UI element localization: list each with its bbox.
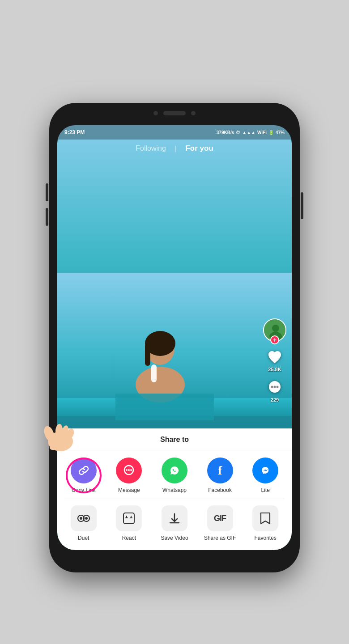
clock-icon: ⏱ [236,130,240,135]
svg-rect-26 [126,516,127,518]
share-as-gif-label: Share as GIF [204,535,236,541]
svg-point-11 [274,386,276,388]
whatsapp-item[interactable]: Whatsapp [157,458,192,493]
power-btn [301,192,303,219]
svg-rect-2 [145,343,150,366]
wifi-icon: WiFi [257,130,267,135]
like-button[interactable]: 25.8K [266,349,283,372]
message-icon [116,458,142,483]
copy-link-icon [71,458,97,483]
avatar-container[interactable]: + [263,318,286,342]
svg-rect-23 [123,513,134,524]
save-video-label: Save Video [161,535,188,541]
svg-point-14 [126,469,128,471]
save-video-item[interactable]: Save Video [157,505,192,541]
phone-top [153,111,196,115]
person-silhouette [115,331,214,420]
facebook-label: Facebook [208,487,232,493]
comments-count: 229 [271,397,279,402]
favorites-icon [252,505,278,531]
nav-for-you[interactable]: For you [185,144,213,153]
favorites-label: Favorites [254,535,276,541]
gif-icon: GIF [207,505,233,531]
phone-screen: 9:23 PM 379KB/s ⏱ ▲▲▲ WiFi 🔋 47% Followi… [57,125,292,550]
comment-button[interactable]: 229 [266,379,283,402]
svg-point-15 [128,469,130,471]
share-panel: Share to Copy Link [57,428,292,550]
hand-pointer [36,417,81,453]
tiktok-nav: Following | For you [57,140,292,157]
likes-count: 25.8K [268,367,281,372]
status-right: 379KB/s ⏱ ▲▲▲ WiFi 🔋 47% [217,130,285,135]
duet-icon [71,505,97,531]
favorites-item[interactable]: Favorites [247,505,283,541]
phone-shell: 9:23 PM 379KB/s ⏱ ▲▲▲ WiFi 🔋 47% Followi… [49,103,300,572]
svg-point-22 [85,517,88,520]
message-label: Message [118,487,140,493]
svg-point-12 [277,386,279,388]
svg-point-16 [130,469,132,471]
svg-rect-5 [115,394,214,420]
right-sidebar: + 25.8K 229 [263,318,286,402]
share-as-gif-item[interactable]: GIF Share as GIF [202,505,238,541]
react-item[interactable]: React [111,505,147,541]
messenger-icon [252,458,278,483]
share-row-1: Copy Link Message [57,450,292,499]
follow-plus-icon[interactable]: + [270,335,279,344]
time: 9:23 PM [64,129,85,136]
battery-icon: 🔋 [268,130,274,135]
volume-up-btn [46,183,48,201]
network-speed: 379KB/s [217,130,234,135]
battery-pct: 47% [276,130,285,135]
speaker [163,111,186,115]
copy-link-label: Copy Link [72,487,95,493]
save-video-icon [162,505,187,531]
facebook-item[interactable]: f Facebook [202,458,238,493]
copy-link-item[interactable]: Copy Link [66,458,102,493]
svg-rect-27 [131,516,132,518]
camera-dot [153,111,158,115]
nav-divider: | [175,145,177,152]
nav-following[interactable]: Following [136,144,166,153]
whatsapp-label: Whatsapp [162,487,187,493]
react-icon [116,505,142,531]
lite-label: Lite [261,487,269,493]
duet-label: Duet [78,535,89,541]
duet-item[interactable]: Duet [66,505,102,541]
signal-bars: ▲▲▲ [242,130,255,135]
svg-point-7 [272,325,279,332]
share-row-2: Duet React [57,499,292,550]
svg-rect-4 [151,364,157,382]
status-bar: 9:23 PM 379KB/s ⏱ ▲▲▲ WiFi 🔋 47% [57,125,292,140]
svg-point-10 [271,386,273,388]
whatsapp-icon [162,458,187,483]
message-item[interactable]: Message [111,458,147,493]
lite-item[interactable]: Lite [247,458,283,493]
camera-dot2 [191,111,196,115]
volume-down-btn [46,208,48,226]
facebook-icon: f [207,458,233,483]
svg-point-21 [80,517,82,520]
phone: 9:23 PM 379KB/s ⏱ ▲▲▲ WiFi 🔋 47% Followi… [49,103,300,572]
react-label: React [122,535,136,541]
share-title: Share to [57,428,292,450]
